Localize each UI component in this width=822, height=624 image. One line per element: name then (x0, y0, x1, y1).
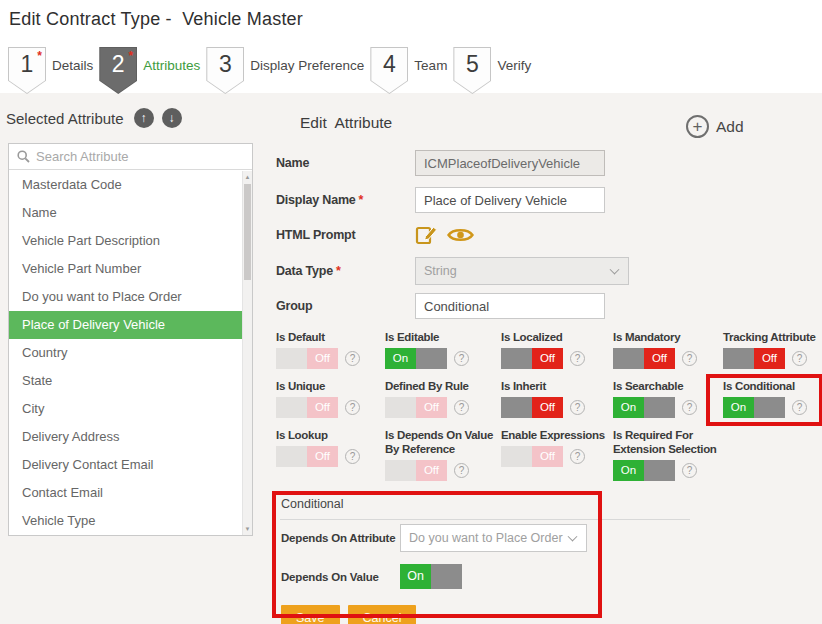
step-number: 3 (206, 49, 244, 80)
toggle-is-editable[interactable]: On (385, 348, 447, 369)
sidebar-item-delivery-address[interactable]: Delivery Address (9, 423, 242, 451)
sidebar-item-vehicle-type[interactable]: Vehicle Type (9, 507, 242, 535)
sidebar-item-vehicle-part-number[interactable]: Vehicle Part Number (9, 255, 242, 283)
sidebar-item-name[interactable]: Name (9, 199, 242, 227)
toggle-label: Tracking Attribute (723, 330, 818, 344)
required-asterisk: * (336, 264, 341, 278)
depends-on-attribute-row: Depends On Attribute Do you want to Plac… (281, 524, 593, 552)
toggle-cell-is-mandatory: Is MandatoryOff? (613, 330, 723, 369)
plus-icon: + (686, 115, 709, 138)
wizard-step-display-preference[interactable]: 3Display Preference (206, 47, 370, 94)
display-name-field[interactable] (415, 187, 605, 213)
help-icon[interactable]: ? (682, 400, 697, 415)
toggle-cell-is-required-for-extension-selection: Is Required For Extension SelectionOn? (613, 428, 723, 481)
toggle-is-conditional[interactable]: On (723, 397, 785, 418)
scroll-down-icon[interactable]: ▼ (243, 523, 252, 535)
toggle-is-searchable[interactable]: On (613, 397, 675, 418)
help-icon[interactable]: ? (454, 351, 469, 366)
help-icon[interactable]: ? (570, 351, 585, 366)
data-type-select: String (415, 257, 629, 285)
preview-eye-icon[interactable] (447, 226, 474, 244)
toggle-cell-enable-expressions: Enable ExpressionsOff? (501, 428, 613, 481)
html-prompt-label: HTML Prompt (276, 228, 415, 242)
sidebar-item-place-of-delivery-vehicle[interactable]: Place of Delivery Vehicle (9, 311, 242, 339)
wizard-steps: 1*Details2*Attributes3Display Preference… (8, 47, 537, 94)
toggle-label: Is Required For Extension Selection (613, 428, 719, 456)
wizard-step-attributes[interactable]: 2*Attributes (99, 47, 206, 94)
search-icon (17, 150, 30, 163)
sidebar-item-delivery-contact-email[interactable]: Delivery Contact Email (9, 451, 242, 479)
toggle-is-mandatory[interactable]: Off (613, 348, 675, 369)
move-up-button[interactable]: ↑ (134, 108, 154, 128)
wizard-step-team[interactable]: 4Team (370, 47, 453, 94)
toggle-is-localized[interactable]: Off (501, 348, 563, 369)
help-icon[interactable]: ? (570, 400, 585, 415)
step-badge[interactable]: 2* (99, 47, 137, 94)
toggle-cell-is-localized: Is LocalizedOff? (501, 330, 613, 369)
scrollbar-thumb[interactable] (244, 184, 251, 280)
editor-title: Edit Attribute (300, 114, 392, 132)
toggle-label: Enable Expressions (501, 428, 609, 442)
wizard-step-details[interactable]: 1*Details (8, 47, 99, 94)
move-down-button[interactable]: ↓ (162, 108, 182, 128)
save-button[interactable]: Save (281, 605, 340, 624)
toggle-tracking-attribute[interactable]: Off (723, 348, 785, 369)
toggle-label: Is Searchable (613, 379, 719, 393)
step-badge[interactable]: 4 (370, 47, 408, 94)
toggle-is-required-for-extension-selection[interactable]: On (613, 460, 675, 481)
cancel-button[interactable]: Cancel (348, 605, 417, 624)
step-number: 5 (453, 49, 491, 80)
edit-html-prompt-icon[interactable] (415, 224, 438, 246)
toggle-label: Is Depends On Value By Reference (385, 428, 497, 456)
required-asterisk: * (359, 193, 364, 207)
wizard-step-verify[interactable]: 5Verify (453, 47, 537, 94)
page-title: Edit Contract Type - Vehicle Master (9, 9, 303, 30)
sidebar-item-state[interactable]: State (9, 367, 242, 395)
sidebar-item-masterdata-code[interactable]: Masterdata Code (9, 171, 242, 199)
help-icon[interactable]: ? (792, 400, 807, 415)
step-label: Display Preference (250, 58, 364, 73)
search-box[interactable] (9, 144, 252, 170)
help-icon[interactable]: ? (345, 351, 360, 366)
depends-on-value-toggle[interactable]: On (400, 564, 462, 589)
step-label: Verify (497, 58, 531, 73)
chevron-down-icon (568, 532, 578, 542)
toggle-label: Is Conditional (723, 379, 818, 393)
step-number: 4 (370, 49, 408, 80)
help-icon[interactable]: ? (454, 463, 469, 478)
chevron-down-icon (610, 265, 620, 275)
depends-on-attribute-select[interactable]: Do you want to Place Order (400, 524, 587, 552)
name-row: Name (276, 150, 605, 176)
help-icon[interactable]: ? (345, 449, 360, 464)
step-badge[interactable]: 5 (453, 47, 491, 94)
group-field[interactable] (415, 293, 605, 319)
search-input[interactable] (36, 149, 252, 164)
name-label: Name (276, 156, 415, 170)
sidebar-item-do-you-want-to-place-order[interactable]: Do you want to Place Order (9, 283, 242, 311)
sidebar-item-city[interactable]: City (9, 395, 242, 423)
sidebar-item-vehicle-part-description[interactable]: Vehicle Part Description (9, 227, 242, 255)
help-icon[interactable]: ? (454, 400, 469, 415)
help-icon[interactable]: ? (570, 449, 585, 464)
toggle-is-depends-on-value-by-reference: Off (385, 460, 447, 481)
help-icon[interactable]: ? (682, 463, 697, 478)
help-icon[interactable]: ? (792, 351, 807, 366)
scroll-up-icon[interactable]: ▲ (243, 171, 252, 183)
edit-contract-type-page: Edit Contract Type - Vehicle Master 1*De… (0, 0, 822, 624)
add-attribute-button[interactable]: + Add (686, 115, 744, 138)
toggle-label: Is Default (276, 330, 381, 344)
toggle-label: Is Inherit (501, 379, 609, 393)
sidebar-item-contact-email[interactable]: Contact Email (9, 479, 242, 507)
toggle-defined-by-rule: Off (385, 397, 447, 418)
step-label: Details (52, 58, 93, 73)
toggle-is-inherit[interactable]: Off (501, 397, 563, 418)
step-badge[interactable]: 3 (206, 47, 244, 94)
list-scrollbar[interactable]: ▲ ▼ (242, 171, 252, 535)
data-type-row: Data Type* String (276, 257, 629, 285)
help-icon[interactable]: ? (682, 351, 697, 366)
toggle-is-lookup: Off (276, 446, 338, 467)
step-label: Team (414, 58, 447, 73)
sidebar-item-country[interactable]: Country (9, 339, 242, 367)
help-icon[interactable]: ? (345, 400, 360, 415)
step-badge[interactable]: 1* (8, 47, 46, 94)
